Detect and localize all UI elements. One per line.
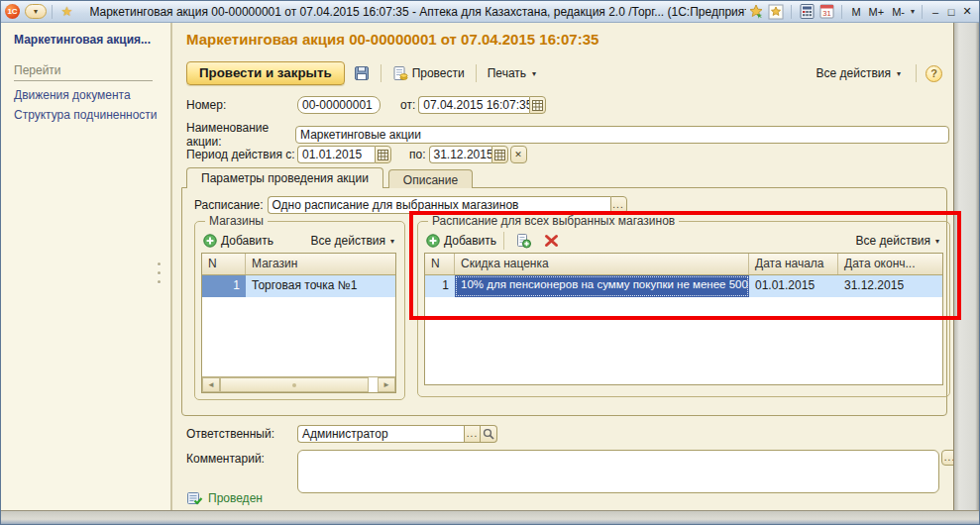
calendar-picker-icon[interactable] [529,96,546,114]
nav-document-title: Маркетинговая акция... [14,33,170,47]
shops-toolbar: Добавить Все действия ▾ [201,229,398,253]
schedule-cell-start[interactable]: 01.01.2015 [749,275,838,297]
save-button[interactable] [350,63,374,83]
delete-x-icon [544,234,559,248]
schedule-copy-button[interactable] [511,231,535,251]
schedule-cell-n[interactable]: 1 [425,275,455,297]
schedule-type-label: Расписание: [194,198,264,212]
calendar-picker-icon[interactable] [491,146,508,163]
choose-button[interactable]: ... [610,196,627,214]
1c-logo-icon: 1С [5,4,20,19]
comment-row: Комментарий: ... [186,450,958,493]
responsible-label: Ответственный: [186,427,297,441]
panel-splitter[interactable] [158,262,161,283]
period-to-input[interactable]: 31.12.2015 [429,146,491,163]
plus-icon [426,234,440,248]
schedule-col-end[interactable]: Дата оконч... [838,254,942,274]
schedule-row[interactable]: 1 10% для пенсионеров на сумму покупки н… [425,275,942,297]
divider [503,232,504,250]
add-favorite-icon[interactable] [746,3,766,20]
comment-input[interactable] [297,450,939,493]
schedule-type-input[interactable]: Одно расписание для выбранных магазинов [268,196,610,214]
scroll-right-icon[interactable]: ► [378,377,395,392]
post-button[interactable]: Провести [388,63,469,83]
search-icon[interactable] [481,425,497,443]
schedule-delete-button[interactable] [540,232,563,250]
schedule-add-button[interactable]: Добавить [426,234,496,248]
tab-description[interactable]: Описание [388,169,473,188]
clear-date-button[interactable]: ✕ [510,146,527,163]
svg-text:31: 31 [822,9,830,18]
print-menu-button[interactable]: Печать ▾ [484,64,542,82]
help-button[interactable]: ? [926,65,942,82]
schedule-all-actions-label: Все действия [856,234,930,248]
main-menu-button[interactable]: ▾ [25,4,47,19]
schedule-toolbar: Добавить Все действия ▾ [424,229,943,253]
number-label: Номер: [186,98,297,112]
period-label: Период действия с: [186,148,297,161]
shops-table: N Магазин 1 Торговая точка №1 ◄ ► [201,253,396,393]
post-and-close-button[interactable]: Провести и закрыть [186,61,345,85]
nav-link-structure[interactable]: Структура подчиненности [14,108,170,122]
shops-row[interactable]: 1 Торговая точка №1 [202,275,395,297]
maximize-button[interactable]: □ [943,6,959,18]
schedule-col-n[interactable]: N [425,254,455,274]
schedule-col-start[interactable]: Дата начала [749,254,838,274]
post-document-icon [392,65,408,81]
scroll-left-icon[interactable]: ◄ [202,377,220,392]
toolbar-overflow-icon[interactable]: ▾ [909,7,917,16]
shops-hscrollbar[interactable]: ◄ ► [202,376,395,392]
floppy-icon [354,65,370,81]
shops-add-button[interactable]: Добавить [203,234,273,248]
scroll-track[interactable] [369,377,378,392]
shops-col-n[interactable]: N [202,254,246,274]
nav-link-movements[interactable]: Движения документа [14,88,170,102]
shops-legend: Магазины [205,214,268,228]
memory-m-button[interactable]: M [847,6,864,18]
minimize-button[interactable]: – [927,6,943,18]
calendar-icon[interactable]: 31 [817,3,836,20]
name-input[interactable]: Маркетинговые акции [295,126,949,144]
schedule-col-discount[interactable]: Скидка наценка [455,254,749,274]
shops-cell-n[interactable]: 1 [202,275,246,297]
number-input[interactable]: 00-00000001 [297,96,381,114]
status-row: Проведен [186,490,263,506]
shops-cell-shop[interactable]: Торговая точка №1 [246,275,395,297]
schedule-all-actions-button[interactable]: Все действия ▾ [856,234,941,248]
memory-m-plus-button[interactable]: M+ [865,6,889,18]
calculator-icon[interactable] [797,3,817,20]
favorites-star-icon[interactable]: ★ [57,3,76,20]
divider [381,64,381,82]
calendar-picker-icon[interactable] [375,146,391,163]
close-button[interactable]: ✕ [959,5,975,18]
page-title: Маркетинговая акция 00-00000001 от 07.04… [186,31,599,48]
schedule-cell-discount[interactable]: 10% для пенсионеров на сумму покупки не … [455,275,749,297]
tab-parameters[interactable]: Параметры проведения акции [186,167,383,188]
divider [52,5,53,19]
shops-groupbox: Магазины Добавить Все действия ▾ N Магаз… [194,214,405,400]
shops-table-empty-area[interactable] [202,297,395,376]
all-actions-button[interactable]: Все действия ▾ [813,64,907,82]
choose-button[interactable]: ... [464,425,481,443]
print-label: Печать [488,66,526,80]
schedule-cell-end[interactable]: 31.12.2015 [838,275,942,297]
schedule-table-empty-area[interactable] [425,297,942,384]
period-from-input[interactable]: 01.01.2015 [297,146,375,163]
datetime-input[interactable]: 07.04.2015 16:07:35 [418,96,529,114]
favorites-list-icon[interactable] [766,3,786,20]
chevron-down-icon: ▾ [388,237,396,246]
form-toolbar: Провести и закрыть Провести Печать ▾ [186,60,542,86]
period-to-group: 31.12.2015 [429,146,508,163]
chevron-down-icon: ▾ [530,69,538,78]
shops-add-label: Добавить [221,234,273,248]
window-title: Маркетинговая акция 00-00000001 от 07.04… [89,5,746,19]
name-row: Наименование акции: Маркетинговые акции [186,121,949,149]
shops-all-actions-button[interactable]: Все действия ▾ [311,234,396,248]
responsible-input[interactable]: Администратор [297,425,464,443]
divider [841,5,842,19]
shops-col-shop[interactable]: Магазин [246,254,395,274]
schedule-type-group: Одно расписание для выбранных магазинов … [268,196,627,214]
memory-m-minus-button[interactable]: M- [888,6,909,18]
schedule-add-label: Добавить [444,234,496,248]
scroll-thumb[interactable] [220,377,369,392]
